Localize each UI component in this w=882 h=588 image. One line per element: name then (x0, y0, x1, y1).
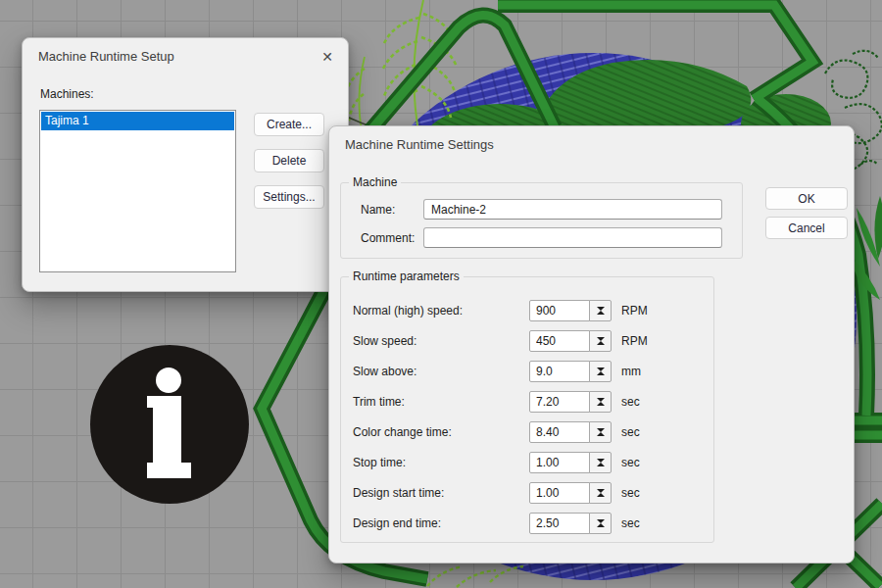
info-glyph (90, 345, 249, 504)
spin-buttons (589, 421, 612, 443)
triangle-down-icon (597, 459, 605, 476)
param-unit: sec (621, 456, 640, 469)
param-value-input[interactable] (529, 421, 590, 443)
runtime-rows: Normal (high) speed: RPM Slow speed: RPM… (341, 295, 713, 538)
param-spinner (529, 421, 612, 443)
dialog-title: Machine Runtime Settings (345, 137, 494, 152)
spin-down-button[interactable] (597, 402, 605, 416)
triangle-down-icon (597, 337, 605, 355)
param-value-input[interactable] (529, 452, 590, 473)
triangle-down-icon (597, 368, 605, 385)
comment-field[interactable] (423, 227, 722, 248)
param-label: Design end time: (353, 516, 529, 530)
machine-group: Machine Name: Comment: (340, 182, 743, 259)
machines-listbox[interactable]: Tajima 1 (39, 110, 236, 272)
runtime-param-row: Trim time: sec (341, 386, 713, 416)
param-label: Slow speed: (353, 334, 529, 348)
runtime-param-row: Normal (high) speed: RPM (341, 295, 713, 325)
name-label: Name: (361, 203, 395, 217)
comment-label: Comment: (361, 231, 415, 245)
runtime-param-row: Color change time: sec (341, 416, 713, 447)
param-label: Normal (high) speed: (353, 304, 529, 318)
spin-down-button[interactable] (597, 463, 605, 476)
param-unit: RPM (621, 334, 648, 348)
param-spinner (529, 513, 612, 534)
triangle-down-icon (597, 489, 605, 507)
fern-bottom-graphic (427, 566, 523, 587)
param-unit: sec (621, 395, 640, 409)
spin-buttons (589, 391, 612, 413)
spin-down-button[interactable] (597, 432, 605, 446)
triangle-down-icon (597, 428, 605, 446)
name-field[interactable] (423, 199, 722, 220)
param-spinner (529, 482, 612, 504)
runtime-parameters-group: Runtime parameters Normal (high) speed: … (340, 276, 714, 543)
spin-down-button[interactable] (597, 371, 605, 385)
spin-buttons (589, 330, 612, 352)
spin-buttons (589, 361, 612, 382)
param-label: Slow above: (353, 365, 529, 378)
runtime-param-row: Design end time: sec (341, 508, 713, 538)
cancel-button[interactable]: Cancel (765, 217, 848, 239)
param-unit: sec (621, 425, 640, 439)
triangle-down-icon (597, 307, 605, 324)
spin-down-button[interactable] (597, 493, 605, 507)
machine-runtime-settings-dialog: Machine Runtime Settings Machine Name: C… (328, 125, 855, 564)
spin-down-button[interactable] (597, 341, 605, 355)
ok-button[interactable]: OK (765, 187, 848, 210)
param-value-input[interactable] (529, 513, 590, 534)
param-unit: sec (621, 516, 640, 530)
param-label: Color change time: (353, 425, 529, 439)
param-spinner (529, 452, 612, 473)
param-spinner (529, 300, 612, 321)
param-value-input[interactable] (529, 300, 590, 321)
info-icon (90, 345, 249, 504)
param-unit: sec (621, 486, 640, 500)
runtime-param-row: Stop time: sec (341, 447, 713, 477)
param-value-input[interactable] (529, 330, 590, 352)
runtime-param-row: Design start time: sec (341, 477, 713, 508)
param-label: Trim time: (353, 395, 529, 409)
param-unit: mm (621, 365, 641, 378)
runtime-param-row: Slow speed: RPM (341, 325, 713, 356)
close-icon[interactable]: ✕ (317, 46, 338, 68)
spin-buttons (589, 300, 612, 321)
runtime-group-label: Runtime parameters (349, 270, 464, 283)
triangle-down-icon (597, 398, 605, 416)
create-button[interactable]: Create... (254, 113, 324, 136)
machines-label: Machines: (40, 87, 94, 101)
param-value-input[interactable] (529, 482, 590, 504)
spin-buttons (589, 482, 612, 504)
param-spinner (529, 391, 612, 413)
spin-buttons (589, 452, 612, 473)
param-value-input[interactable] (529, 361, 590, 382)
spin-down-button[interactable] (597, 311, 605, 324)
param-value-input[interactable] (529, 391, 590, 413)
param-unit: RPM (621, 304, 648, 318)
runtime-param-row: Slow above: mm (341, 356, 713, 386)
settings-button[interactable]: Settings... (254, 185, 324, 209)
delete-button[interactable]: Delete (254, 149, 324, 172)
machine-runtime-setup-dialog: Machine Runtime Setup ✕ Machines: Tajima… (22, 37, 349, 292)
param-label: Design start time: (353, 486, 529, 500)
machine-list-item[interactable]: Tajima 1 (41, 112, 234, 130)
param-label: Stop time: (353, 456, 529, 469)
param-spinner (529, 361, 612, 382)
triangle-down-icon (597, 519, 605, 537)
machine-group-label: Machine (349, 175, 401, 189)
spin-buttons (589, 513, 612, 534)
spin-down-button[interactable] (597, 523, 605, 537)
canvas: Machine Runtime Setup ✕ Machines: Tajima… (0, 0, 882, 588)
param-spinner (529, 330, 612, 352)
dialog-title: Machine Runtime Setup (38, 49, 174, 64)
